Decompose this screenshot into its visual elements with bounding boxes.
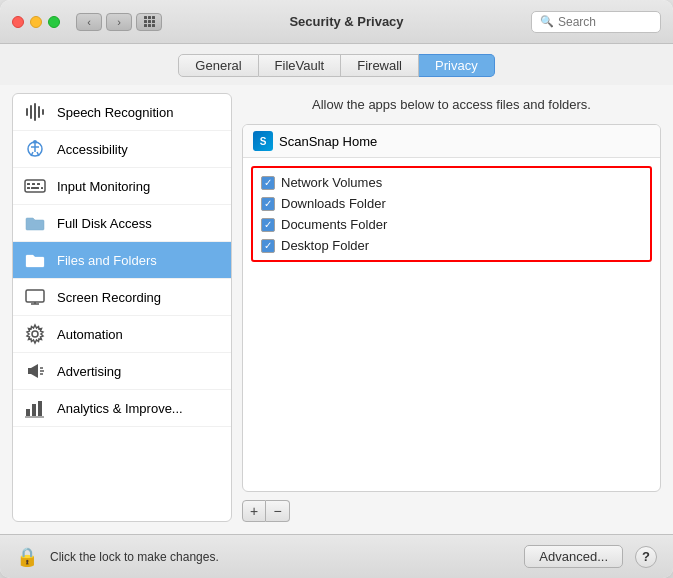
sidebar-item-speech-recognition[interactable]: Speech Recognition [13,94,231,131]
monitor-icon [23,285,47,309]
megaphone-icon [23,359,47,383]
svg-rect-4 [42,109,44,115]
checkbox-label-network-volumes: Network Volumes [281,175,382,190]
sidebar-item-analytics[interactable]: Analytics & Improve... [13,390,231,427]
tab-firewall[interactable]: Firewall [341,54,419,77]
app-header: S ScanSnap Home [243,125,660,158]
keyboard-icon [23,174,47,198]
checkbox-documents-folder[interactable]: ✓ [261,218,275,232]
grid-icon [144,16,155,27]
sidebar-item-label: Full Disk Access [57,216,152,231]
panel-description: Allow the apps below to access files and… [242,93,661,116]
sidebar-item-advertising[interactable]: Advertising [13,353,231,390]
svg-rect-13 [32,183,35,185]
sidebar-item-label: Accessibility [57,142,128,157]
sidebar-item-files-and-folders[interactable]: Files and Folders [13,242,231,279]
app-panel: S ScanSnap Home ✓ Network Volumes [242,124,661,492]
forward-button[interactable]: › [106,13,132,31]
right-panel: Allow the apps below to access files and… [242,93,661,522]
tab-general[interactable]: General [178,54,258,77]
search-icon: 🔍 [540,15,554,28]
svg-rect-11 [25,180,45,192]
add-button[interactable]: + [242,500,266,522]
sidebar-item-label: Input Monitoring [57,179,150,194]
highlighted-checkboxes-box: ✓ Network Volumes ✓ Downloads Folder [251,166,652,262]
checkmark-icon: ✓ [264,178,272,188]
checkbox-row-documents-folder[interactable]: ✓ Documents Folder [261,216,642,233]
svg-rect-3 [38,106,40,118]
svg-rect-0 [26,108,28,116]
checkboxes-area: ✓ Network Volumes ✓ Downloads Folder [243,158,660,491]
scansnap-icon: S [253,131,273,151]
advanced-button[interactable]: Advanced... [524,545,623,568]
chart-icon [23,396,47,420]
checkmark-icon: ✓ [264,220,272,230]
search-input[interactable] [558,15,652,29]
minimize-button[interactable] [30,16,42,28]
sidebar-item-label: Speech Recognition [57,105,173,120]
lock-text: Click the lock to make changes. [50,550,512,564]
nav-buttons: ‹ › [76,13,132,31]
sidebar-item-label: Advertising [57,364,121,379]
window: ‹ › Security & Privacy 🔍 General FileVau… [0,0,673,578]
accessibility-icon [23,137,47,161]
checkbox-label-documents-folder: Documents Folder [281,217,387,232]
sidebar-item-label: Automation [57,327,123,342]
titlebar: ‹ › Security & Privacy 🔍 [0,0,673,44]
sidebar-item-input-monitoring[interactable]: Input Monitoring [13,168,231,205]
svg-rect-2 [34,103,36,121]
folder-icon [23,248,47,272]
add-remove-bar: + − [242,500,661,522]
svg-rect-15 [27,187,30,189]
checkmark-icon: ✓ [264,199,272,209]
close-button[interactable] [12,16,24,28]
gear-icon [23,322,47,346]
checkbox-network-volumes[interactable]: ✓ [261,176,275,190]
tab-privacy[interactable]: Privacy [419,54,495,77]
lock-icon[interactable]: 🔒 [16,546,38,568]
svg-rect-1 [30,105,32,119]
folder-full-icon [23,211,47,235]
svg-point-21 [32,331,38,337]
checkbox-desktop-folder[interactable]: ✓ [261,239,275,253]
checkbox-row-network-volumes[interactable]: ✓ Network Volumes [261,174,642,191]
grid-button[interactable] [136,13,162,31]
tabbar: General FileVault Firewall Privacy [0,44,673,85]
waveform-icon [23,100,47,124]
svg-rect-14 [37,183,40,185]
checkbox-row-downloads-folder[interactable]: ✓ Downloads Folder [261,195,642,212]
checkbox-downloads-folder[interactable]: ✓ [261,197,275,211]
svg-rect-12 [27,183,30,185]
back-button[interactable]: ‹ [76,13,102,31]
bottom-bar: 🔒 Click the lock to make changes. Advanc… [0,534,673,578]
main-content: Speech Recognition Accessibility [0,85,673,534]
checkbox-label-desktop-folder: Desktop Folder [281,238,369,253]
svg-rect-16 [31,187,39,189]
sidebar-item-full-disk-access[interactable]: Full Disk Access [13,205,231,242]
sidebar-item-label: Analytics & Improve... [57,401,183,416]
sidebar-item-accessibility[interactable]: Accessibility [13,131,231,168]
tab-filevault[interactable]: FileVault [259,54,342,77]
maximize-button[interactable] [48,16,60,28]
svg-rect-17 [41,187,43,189]
remove-button[interactable]: − [266,500,290,522]
checkbox-row-desktop-folder[interactable]: ✓ Desktop Folder [261,237,642,254]
sidebar-item-label: Screen Recording [57,290,161,305]
help-button[interactable]: ? [635,546,657,568]
svg-rect-27 [38,401,42,416]
sidebar-item-label: Files and Folders [57,253,157,268]
svg-rect-26 [32,404,36,416]
sidebar: Speech Recognition Accessibility [12,93,232,522]
search-box[interactable]: 🔍 [531,11,661,33]
sidebar-item-automation[interactable]: Automation [13,316,231,353]
window-title: Security & Privacy [162,14,531,29]
app-name: ScanSnap Home [279,134,377,149]
checkmark-icon: ✓ [264,241,272,251]
sidebar-item-screen-recording[interactable]: Screen Recording [13,279,231,316]
svg-rect-18 [26,290,44,302]
traffic-lights [12,16,60,28]
checkbox-label-downloads-folder: Downloads Folder [281,196,386,211]
svg-rect-25 [26,409,30,416]
